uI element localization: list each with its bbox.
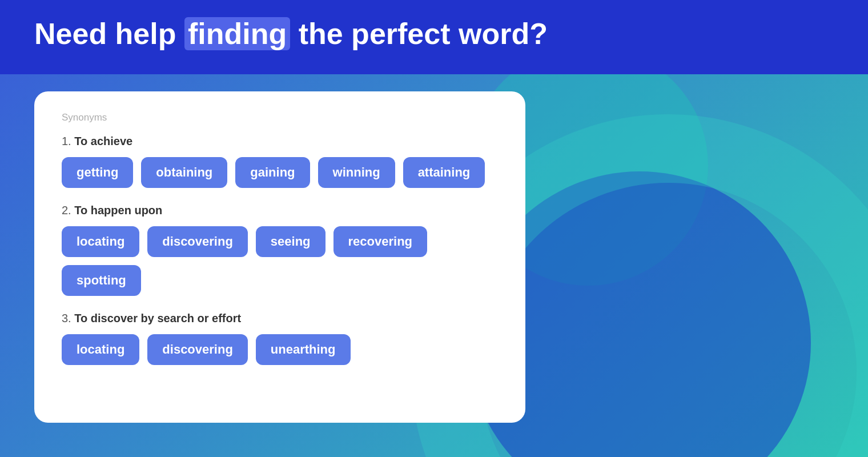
tag-1-3[interactable]: gaining [235,157,310,188]
synonym-group-1: 1. To achievegettingobtaininggainingwinn… [62,135,498,188]
tag-3-1[interactable]: locating [62,334,139,365]
group-title-1: 1. To achieve [62,135,498,148]
tag-1-2[interactable]: obtaining [141,157,227,188]
tag-3-3[interactable]: unearthing [256,334,351,365]
title-before: Need help [34,17,184,50]
section-label: Synonyms [62,112,498,123]
tags-group-1: gettingobtaininggainingwinningattaining [62,157,498,188]
tags-group-3: locatingdiscoveringunearthing [62,334,498,365]
tag-2-1[interactable]: locating [62,226,139,257]
title-after: the perfect word? [290,17,548,50]
tag-2-5[interactable]: spotting [62,265,141,296]
group-title-2: 2. To happen upon [62,204,498,217]
title-highlight: finding [184,17,290,50]
groups-container: 1. To achievegettingobtaininggainingwinn… [62,135,498,365]
tag-1-4[interactable]: winning [318,157,395,188]
tag-2-4[interactable]: recovering [333,226,428,257]
content-area: Synonyms 1. To achievegettingobtainingga… [0,74,868,440]
tag-1-5[interactable]: attaining [403,157,485,188]
tag-2-3[interactable]: seeing [256,226,326,257]
synonym-group-2: 2. To happen uponlocatingdiscoveringseei… [62,204,498,296]
header: Need help finding the perfect word? [0,0,868,74]
tags-group-2: locatingdiscoveringseeingrecoveringspott… [62,226,498,296]
page-title: Need help finding the perfect word? [34,17,834,51]
tag-1-1[interactable]: getting [62,157,133,188]
tag-3-2[interactable]: discovering [147,334,247,365]
group-title-3: 3. To discover by search or effort [62,312,498,325]
synonym-group-3: 3. To discover by search or effortlocati… [62,312,498,365]
tag-2-2[interactable]: discovering [147,226,247,257]
synonyms-card: Synonyms 1. To achievegettingobtainingga… [34,91,525,423]
